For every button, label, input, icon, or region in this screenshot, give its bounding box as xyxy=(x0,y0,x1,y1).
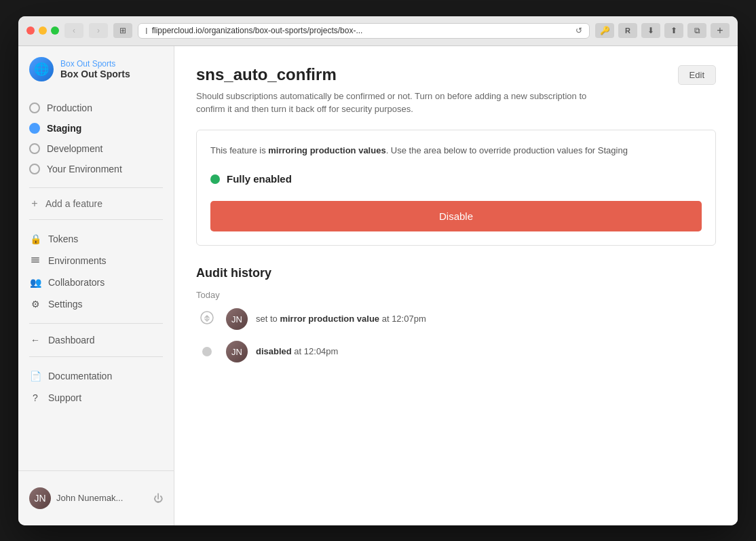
sidebar-item-settings[interactable]: ⚙ Settings xyxy=(18,293,174,315)
user-name: John Nunemak... xyxy=(56,493,148,503)
production-env-dot xyxy=(29,102,40,113)
add-feature-item[interactable]: + Add a feature xyxy=(18,193,174,214)
status-dot-green xyxy=(210,174,220,184)
divider-2 xyxy=(29,219,163,220)
plus-icon: + xyxy=(29,198,40,209)
sidebar-item-staging[interactable]: Staging xyxy=(18,118,174,138)
people-icon: 👥 xyxy=(29,276,41,288)
mirror-notice: This feature is mirroring production val… xyxy=(210,144,702,157)
sidebar-item-documentation[interactable]: 📄 Documentation xyxy=(18,365,174,387)
sidebar-item-dashboard[interactable]: ← Dashboard xyxy=(18,329,174,351)
user-section-wrap: JN John Nunemak... ⏻ xyxy=(18,470,174,515)
browser-body: 🌐 Box Out Sports Box Out Sports Producti… xyxy=(18,46,738,525)
status-text: Fully enabled xyxy=(227,173,292,185)
environment-section: Production Staging Development Your Envi… xyxy=(18,95,174,182)
documentation-label: Documentation xyxy=(48,371,112,381)
sidebar-item-your-environment[interactable]: Your Environment xyxy=(18,159,174,179)
sidebar-item-support[interactable]: ? Support xyxy=(18,387,174,409)
user-section: JN John Nunemak... ⏻ xyxy=(18,482,174,515)
divider-1 xyxy=(29,187,163,188)
close-button[interactable] xyxy=(26,26,35,35)
main-content: sns_auto_confirm Should subscriptions au… xyxy=(174,46,738,525)
browser-toolbar-icons: 🔑 R ⬇ ⬆ ⧉ + xyxy=(595,23,730,38)
audit-avatar-1: JN xyxy=(226,308,248,330)
new-tab-button[interactable]: + xyxy=(711,23,730,38)
power-button[interactable]: ⏻ xyxy=(153,493,163,504)
audit-date: Today xyxy=(196,290,716,300)
sidebar-brand: 🌐 Box Out Sports Box Out Sports xyxy=(18,57,174,95)
password-icon[interactable]: 🔑 xyxy=(595,23,614,38)
collaborators-label: Collaborators xyxy=(48,277,105,288)
back-button[interactable]: ‹ xyxy=(64,23,83,38)
divider-4 xyxy=(29,356,163,357)
layers-icon xyxy=(29,255,41,267)
download-icon[interactable]: ⬇ xyxy=(641,23,660,38)
window-icon[interactable]: ⧉ xyxy=(687,23,706,38)
audit-dot-2 xyxy=(202,347,212,356)
avatar: JN xyxy=(29,487,51,509)
address-bar[interactable]: I flippercloud.io/organizations/box-out-… xyxy=(138,23,590,39)
extension-r-icon[interactable]: R xyxy=(618,23,637,38)
audit-section: Audit history Today xyxy=(196,266,716,362)
staging-label: Staging xyxy=(47,123,81,134)
svg-rect-1 xyxy=(31,261,39,263)
feature-card: This feature is mirroring production val… xyxy=(196,130,716,246)
your-env-dot xyxy=(29,164,40,174)
development-label: Development xyxy=(47,143,103,154)
tokens-label: Tokens xyxy=(48,234,78,244)
lock-icon: 🔒 xyxy=(29,233,41,245)
forward-button[interactable]: › xyxy=(89,23,108,38)
brand-name: Box Out Sports xyxy=(60,69,130,79)
page-title: sns_auto_confirm xyxy=(196,65,603,84)
audit-bold-2: disabled xyxy=(256,346,292,356)
settings-label: Settings xyxy=(48,299,83,310)
browser-chrome: ‹ › ⊞ I flippercloud.io/organizations/bo… xyxy=(18,16,738,46)
dashboard-label: Dashboard xyxy=(48,335,95,346)
edit-button[interactable]: Edit xyxy=(678,65,716,85)
brand-logo: 🌐 xyxy=(29,57,54,81)
book-icon: 📄 xyxy=(29,370,41,382)
brand-text: Box Out Sports Box Out Sports xyxy=(60,59,130,79)
audit-entry-1: JN set to mirror production value at 12:… xyxy=(196,308,716,330)
back-arrow-icon: ← xyxy=(29,334,41,346)
audit-avatar-2: JN xyxy=(226,341,248,362)
status-row: Fully enabled xyxy=(210,168,702,190)
sidebar-item-tokens[interactable]: 🔒 Tokens xyxy=(18,228,174,250)
settings-icon: ⚙ xyxy=(29,298,41,310)
audit-entry-2: JN disabled at 12:04pm xyxy=(196,341,716,362)
svg-rect-0 xyxy=(31,259,39,261)
sidebar-item-production[interactable]: Production xyxy=(18,98,174,118)
audit-title: Audit history xyxy=(196,266,716,280)
nav-section: 🔒 Tokens Environments 👥 Colla xyxy=(18,225,174,318)
maximize-button[interactable] xyxy=(51,26,59,35)
audit-text-1: set to mirror production value at 12:07p… xyxy=(256,308,426,327)
brand-link[interactable]: Box Out Sports xyxy=(60,59,130,69)
disable-button[interactable]: Disable xyxy=(210,201,702,231)
audit-icon-wrap-1 xyxy=(196,308,218,330)
question-icon: ? xyxy=(29,392,41,404)
share-icon[interactable]: ⬆ xyxy=(664,23,683,38)
mirror-notice-bold: mirroring production values xyxy=(268,145,385,155)
environments-label: Environments xyxy=(48,255,107,266)
sidebar-item-environments[interactable]: Environments xyxy=(18,250,174,272)
address-text: flippercloud.io/organizations/box-out-sp… xyxy=(152,26,571,35)
header-text: sns_auto_confirm Should subscriptions au… xyxy=(196,65,603,116)
reload-button[interactable]: ↺ xyxy=(575,26,582,35)
support-label: Support xyxy=(48,392,81,403)
audit-text-2: disabled at 12:04pm xyxy=(256,341,338,359)
traffic-lights xyxy=(26,26,59,35)
svg-rect-2 xyxy=(31,257,39,259)
minimize-button[interactable] xyxy=(39,26,47,35)
development-env-dot xyxy=(29,143,40,154)
your-environment-label: Your Environment xyxy=(47,164,122,174)
tab-view-button[interactable]: ⊞ xyxy=(113,23,132,38)
footer-section: 📄 Documentation ? Support xyxy=(18,362,174,411)
sidebar-item-collaborators[interactable]: 👥 Collaborators xyxy=(18,272,174,293)
sidebar: 🌐 Box Out Sports Box Out Sports Producti… xyxy=(18,46,174,525)
page-header: sns_auto_confirm Should subscriptions au… xyxy=(196,65,716,116)
divider-3 xyxy=(29,323,163,324)
audit-bold-1: mirror production value xyxy=(280,314,379,324)
page-description: Should subscriptions automatically be co… xyxy=(196,90,603,116)
sidebar-item-development[interactable]: Development xyxy=(18,138,174,159)
audit-icon-wrap-2 xyxy=(196,341,218,362)
